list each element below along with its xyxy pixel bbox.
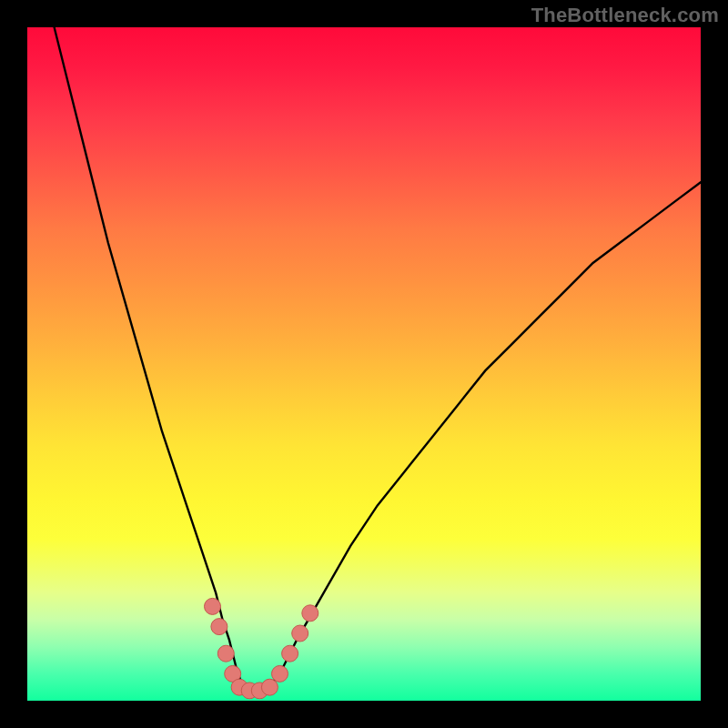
data-point — [272, 665, 288, 682]
data-point — [302, 605, 318, 622]
watermark-text: TheBottleneck.com — [531, 4, 719, 27]
chart-frame — [27, 27, 701, 701]
bottleneck-curve-plot — [27, 27, 701, 701]
data-point — [217, 645, 234, 662]
data-point — [292, 625, 308, 642]
data-point — [211, 619, 228, 635]
data-point — [282, 645, 298, 662]
bottleneck-curve — [55, 27, 701, 694]
data-point — [205, 598, 221, 614]
data-point — [261, 679, 278, 695]
